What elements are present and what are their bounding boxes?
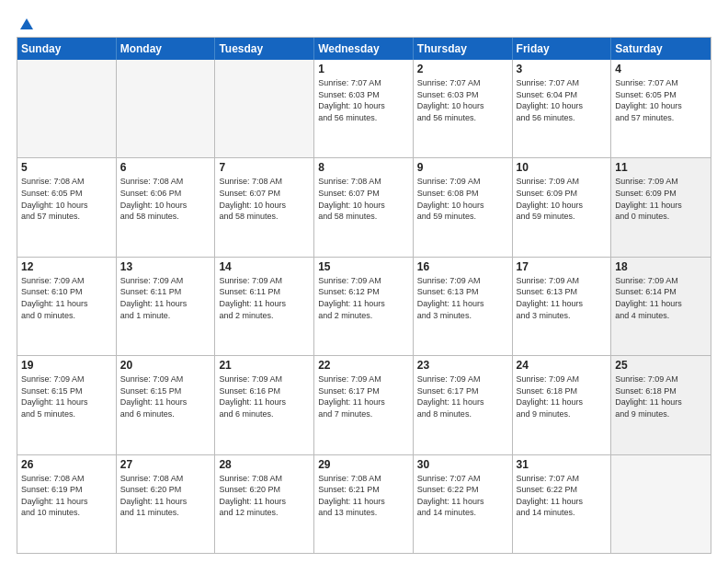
cal-cell — [611, 455, 711, 553]
header-cell-tuesday: Tuesday — [215, 38, 314, 60]
day-info: Sunrise: 7:09 AM Sunset: 6:09 PM Dayligh… — [517, 176, 608, 222]
cal-cell: 24Sunrise: 7:09 AM Sunset: 6:18 PM Dayli… — [513, 356, 612, 454]
day-info: Sunrise: 7:09 AM Sunset: 6:15 PM Dayligh… — [120, 373, 211, 419]
day-info: Sunrise: 7:09 AM Sunset: 6:08 PM Dayligh… — [417, 176, 508, 222]
day-info: Sunrise: 7:08 AM Sunset: 6:07 PM Dayligh… — [219, 176, 310, 222]
logo-icon — [18, 17, 35, 33]
day-info: Sunrise: 7:09 AM Sunset: 6:17 PM Dayligh… — [417, 373, 508, 419]
logo — [17, 17, 35, 29]
page: SundayMondayTuesdayWednesdayThursdayFrid… — [0, 0, 728, 563]
cal-cell — [17, 60, 117, 157]
cal-cell: 3Sunrise: 7:07 AM Sunset: 6:04 PM Daylig… — [513, 60, 612, 157]
day-number: 21 — [219, 359, 310, 372]
cal-cell: 27Sunrise: 7:08 AM Sunset: 6:20 PM Dayli… — [117, 455, 216, 553]
day-info: Sunrise: 7:09 AM Sunset: 6:09 PM Dayligh… — [615, 176, 707, 222]
header-cell-friday: Friday — [513, 38, 612, 60]
cal-cell: 21Sunrise: 7:09 AM Sunset: 6:16 PM Dayli… — [215, 356, 314, 454]
day-number: 18 — [615, 260, 707, 273]
day-number: 14 — [219, 260, 310, 273]
cal-cell: 9Sunrise: 7:09 AM Sunset: 6:08 PM Daylig… — [414, 158, 513, 256]
cal-cell: 4Sunrise: 7:07 AM Sunset: 6:05 PM Daylig… — [611, 60, 711, 157]
day-number: 19 — [21, 359, 112, 372]
day-number: 22 — [318, 359, 409, 372]
day-info: Sunrise: 7:07 AM Sunset: 6:05 PM Dayligh… — [615, 77, 707, 123]
day-number: 24 — [517, 359, 608, 372]
cal-cell: 11Sunrise: 7:09 AM Sunset: 6:09 PM Dayli… — [611, 158, 711, 256]
header-cell-monday: Monday — [117, 38, 216, 60]
day-info: Sunrise: 7:09 AM Sunset: 6:17 PM Dayligh… — [318, 373, 409, 419]
cal-cell: 5Sunrise: 7:08 AM Sunset: 6:05 PM Daylig… — [17, 158, 117, 256]
cal-cell: 26Sunrise: 7:08 AM Sunset: 6:19 PM Dayli… — [17, 455, 117, 553]
cal-cell: 15Sunrise: 7:09 AM Sunset: 6:12 PM Dayli… — [314, 258, 414, 355]
cal-cell: 13Sunrise: 7:09 AM Sunset: 6:11 PM Dayli… — [117, 258, 216, 355]
cal-cell: 6Sunrise: 7:08 AM Sunset: 6:06 PM Daylig… — [117, 158, 216, 256]
cal-cell: 29Sunrise: 7:08 AM Sunset: 6:21 PM Dayli… — [314, 455, 414, 553]
day-info: Sunrise: 7:08 AM Sunset: 6:19 PM Dayligh… — [21, 473, 112, 519]
day-number: 25 — [615, 359, 707, 372]
cal-cell: 18Sunrise: 7:09 AM Sunset: 6:14 PM Dayli… — [611, 258, 711, 355]
day-number: 7 — [219, 161, 310, 174]
day-info: Sunrise: 7:08 AM Sunset: 6:06 PM Dayligh… — [120, 176, 211, 222]
day-info: Sunrise: 7:09 AM Sunset: 6:18 PM Dayligh… — [615, 373, 707, 419]
day-number: 26 — [21, 458, 112, 471]
day-info: Sunrise: 7:09 AM Sunset: 6:18 PM Dayligh… — [517, 373, 608, 419]
day-info: Sunrise: 7:09 AM Sunset: 6:16 PM Dayligh… — [219, 373, 310, 419]
day-info: Sunrise: 7:09 AM Sunset: 6:11 PM Dayligh… — [120, 275, 211, 321]
cal-cell: 17Sunrise: 7:09 AM Sunset: 6:13 PM Dayli… — [513, 258, 612, 355]
header-cell-saturday: Saturday — [611, 38, 711, 60]
day-number: 17 — [517, 260, 608, 273]
day-number: 6 — [120, 161, 211, 174]
day-number: 20 — [120, 359, 211, 372]
day-number: 2 — [417, 63, 508, 75]
day-info: Sunrise: 7:07 AM Sunset: 6:22 PM Dayligh… — [417, 473, 508, 519]
cal-cell: 1Sunrise: 7:07 AM Sunset: 6:03 PM Daylig… — [314, 60, 414, 157]
header-cell-thursday: Thursday — [414, 38, 513, 60]
calendar-body: 1Sunrise: 7:07 AM Sunset: 6:03 PM Daylig… — [17, 60, 711, 553]
cal-cell: 20Sunrise: 7:09 AM Sunset: 6:15 PM Dayli… — [117, 356, 216, 454]
day-info: Sunrise: 7:08 AM Sunset: 6:20 PM Dayligh… — [219, 473, 310, 519]
day-number: 28 — [219, 458, 310, 471]
cal-cell: 22Sunrise: 7:09 AM Sunset: 6:17 PM Dayli… — [314, 356, 414, 454]
day-number: 29 — [318, 458, 409, 471]
day-info: Sunrise: 7:08 AM Sunset: 6:07 PM Dayligh… — [318, 176, 409, 222]
header-cell-sunday: Sunday — [17, 38, 117, 60]
calendar-header: SundayMondayTuesdayWednesdayThursdayFrid… — [17, 38, 711, 60]
day-number: 23 — [417, 359, 508, 372]
cal-cell: 7Sunrise: 7:08 AM Sunset: 6:07 PM Daylig… — [215, 158, 314, 256]
day-number: 9 — [417, 161, 508, 174]
day-number: 30 — [417, 458, 508, 471]
day-number: 8 — [318, 161, 409, 174]
cal-cell: 25Sunrise: 7:09 AM Sunset: 6:18 PM Dayli… — [611, 356, 711, 454]
day-number: 4 — [615, 63, 707, 75]
cal-cell: 10Sunrise: 7:09 AM Sunset: 6:09 PM Dayli… — [513, 158, 612, 256]
day-info: Sunrise: 7:07 AM Sunset: 6:22 PM Dayligh… — [517, 473, 608, 519]
day-info: Sunrise: 7:07 AM Sunset: 6:04 PM Dayligh… — [517, 77, 608, 123]
day-info: Sunrise: 7:07 AM Sunset: 6:03 PM Dayligh… — [417, 77, 508, 123]
cal-cell: 28Sunrise: 7:08 AM Sunset: 6:20 PM Dayli… — [215, 455, 314, 553]
day-number: 31 — [517, 458, 608, 471]
day-info: Sunrise: 7:08 AM Sunset: 6:20 PM Dayligh… — [120, 473, 211, 519]
day-info: Sunrise: 7:09 AM Sunset: 6:14 PM Dayligh… — [615, 275, 707, 321]
cal-cell: 31Sunrise: 7:07 AM Sunset: 6:22 PM Dayli… — [513, 455, 612, 553]
day-number: 3 — [517, 63, 608, 75]
cal-cell: 12Sunrise: 7:09 AM Sunset: 6:10 PM Dayli… — [17, 258, 117, 355]
day-info: Sunrise: 7:09 AM Sunset: 6:15 PM Dayligh… — [21, 373, 112, 419]
cal-cell: 30Sunrise: 7:07 AM Sunset: 6:22 PM Dayli… — [414, 455, 513, 553]
week-row-5: 26Sunrise: 7:08 AM Sunset: 6:19 PM Dayli… — [17, 454, 711, 553]
day-number: 15 — [318, 260, 409, 273]
week-row-3: 12Sunrise: 7:09 AM Sunset: 6:10 PM Dayli… — [17, 257, 711, 355]
header-cell-wednesday: Wednesday — [314, 38, 414, 60]
calendar: SundayMondayTuesdayWednesdayThursdayFrid… — [17, 37, 711, 554]
day-number: 10 — [517, 161, 608, 174]
cal-cell: 2Sunrise: 7:07 AM Sunset: 6:03 PM Daylig… — [414, 60, 513, 157]
day-number: 11 — [615, 161, 707, 174]
day-info: Sunrise: 7:08 AM Sunset: 6:21 PM Dayligh… — [318, 473, 409, 519]
svg-marker-0 — [20, 18, 33, 29]
cal-cell — [215, 60, 314, 157]
cal-cell: 19Sunrise: 7:09 AM Sunset: 6:15 PM Dayli… — [17, 356, 117, 454]
week-row-1: 1Sunrise: 7:07 AM Sunset: 6:03 PM Daylig… — [17, 60, 711, 157]
day-number: 5 — [21, 161, 112, 174]
cal-cell — [117, 60, 216, 157]
week-row-2: 5Sunrise: 7:08 AM Sunset: 6:05 PM Daylig… — [17, 157, 711, 256]
cal-cell: 8Sunrise: 7:08 AM Sunset: 6:07 PM Daylig… — [314, 158, 414, 256]
